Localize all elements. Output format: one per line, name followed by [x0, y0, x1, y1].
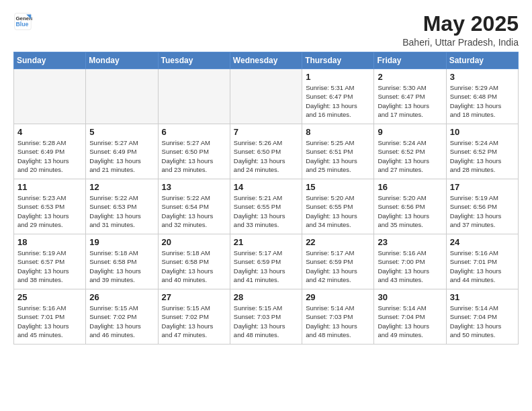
calendar-cell: 10Sunrise: 5:24 AMSunset: 6:52 PMDayligh…: [446, 124, 518, 179]
calendar-cell: 6Sunrise: 5:27 AMSunset: 6:50 PMDaylight…: [158, 124, 230, 179]
calendar-cell: 18Sunrise: 5:19 AMSunset: 6:57 PMDayligh…: [14, 234, 86, 289]
day-number: 10: [450, 127, 515, 137]
day-number: 17: [450, 182, 515, 192]
calendar-cell: 11Sunrise: 5:23 AMSunset: 6:53 PMDayligh…: [14, 179, 86, 234]
cell-info: Sunrise: 5:14 AMSunset: 7:04 PMDaylight:…: [378, 304, 442, 339]
day-number: 20: [162, 237, 226, 247]
calendar-cell: 30Sunrise: 5:14 AMSunset: 7:04 PMDayligh…: [374, 289, 446, 345]
cell-info: Sunrise: 5:16 AMSunset: 7:01 PMDaylight:…: [450, 248, 515, 284]
cell-info: Sunrise: 5:15 AMSunset: 7:03 PMDaylight:…: [234, 304, 298, 339]
day-number: 30: [378, 292, 442, 302]
calendar-cell: 19Sunrise: 5:18 AMSunset: 6:58 PMDayligh…: [86, 234, 158, 289]
cell-info: Sunrise: 5:31 AMSunset: 6:47 PMDaylight:…: [306, 83, 370, 119]
day-number: 22: [306, 237, 370, 247]
calendar-cell: [14, 69, 86, 124]
cell-info: Sunrise: 5:18 AMSunset: 6:58 PMDaylight:…: [162, 248, 226, 284]
header-cell-friday: Friday: [374, 52, 446, 69]
calendar-cell: 7Sunrise: 5:26 AMSunset: 6:50 PMDaylight…: [230, 124, 302, 179]
header-cell-saturday: Saturday: [446, 52, 518, 69]
cell-info: Sunrise: 5:16 AMSunset: 7:01 PMDaylight:…: [17, 304, 82, 339]
location-subtitle: Baheri, Uttar Pradesh, India: [402, 37, 519, 48]
cell-info: Sunrise: 5:19 AMSunset: 6:57 PMDaylight:…: [17, 248, 82, 284]
calendar-cell: 1Sunrise: 5:31 AMSunset: 6:47 PMDaylight…: [302, 69, 374, 124]
cell-info: Sunrise: 5:30 AMSunset: 6:47 PMDaylight:…: [378, 83, 442, 119]
cell-info: Sunrise: 5:18 AMSunset: 6:58 PMDaylight:…: [89, 248, 154, 284]
calendar-cell: 29Sunrise: 5:14 AMSunset: 7:03 PMDayligh…: [302, 289, 374, 345]
cell-info: Sunrise: 5:17 AMSunset: 6:59 PMDaylight:…: [306, 248, 370, 284]
header-cell-thursday: Thursday: [302, 52, 374, 69]
cell-info: Sunrise: 5:27 AMSunset: 6:49 PMDaylight:…: [89, 138, 154, 174]
page: General Blue May 2025 Baheri, Uttar Prad…: [0, 0, 532, 351]
day-number: 29: [306, 292, 370, 302]
cell-info: Sunrise: 5:26 AMSunset: 6:50 PMDaylight:…: [234, 138, 298, 174]
day-number: 8: [306, 127, 370, 137]
cell-info: Sunrise: 5:20 AMSunset: 6:56 PMDaylight:…: [378, 193, 442, 229]
day-number: 27: [162, 292, 226, 302]
calendar-cell: 20Sunrise: 5:18 AMSunset: 6:58 PMDayligh…: [158, 234, 230, 289]
cell-info: Sunrise: 5:24 AMSunset: 6:52 PMDaylight:…: [450, 138, 515, 174]
cell-info: Sunrise: 5:19 AMSunset: 6:56 PMDaylight:…: [450, 193, 515, 229]
calendar-cell: 27Sunrise: 5:15 AMSunset: 7:02 PMDayligh…: [158, 289, 230, 345]
title-block: May 2025 Baheri, Uttar Pradesh, India: [402, 12, 519, 48]
calendar-cell: 5Sunrise: 5:27 AMSunset: 6:49 PMDaylight…: [86, 124, 158, 179]
day-number: 2: [378, 72, 442, 82]
day-number: 11: [17, 182, 82, 192]
calendar-cell: 13Sunrise: 5:22 AMSunset: 6:54 PMDayligh…: [158, 179, 230, 234]
calendar-week-2: 4Sunrise: 5:28 AMSunset: 6:49 PMDaylight…: [14, 124, 519, 179]
cell-info: Sunrise: 5:23 AMSunset: 6:53 PMDaylight:…: [17, 193, 82, 229]
calendar-header-row: SundayMondayTuesdayWednesdayThursdayFrid…: [14, 52, 519, 69]
cell-info: Sunrise: 5:20 AMSunset: 6:55 PMDaylight:…: [306, 193, 370, 229]
calendar-cell: [158, 69, 230, 124]
calendar-week-1: 1Sunrise: 5:31 AMSunset: 6:47 PMDaylight…: [14, 69, 519, 124]
day-number: 3: [450, 72, 515, 82]
day-number: 19: [89, 237, 154, 247]
month-year-title: May 2025: [402, 12, 519, 36]
calendar-cell: [230, 69, 302, 124]
cell-info: Sunrise: 5:28 AMSunset: 6:49 PMDaylight:…: [17, 138, 82, 174]
calendar-cell: 12Sunrise: 5:22 AMSunset: 6:53 PMDayligh…: [86, 179, 158, 234]
logo: General Blue: [13, 12, 32, 31]
calendar-cell: [86, 69, 158, 124]
calendar-cell: 26Sunrise: 5:15 AMSunset: 7:02 PMDayligh…: [86, 289, 158, 345]
day-number: 18: [17, 237, 82, 247]
calendar-cell: 9Sunrise: 5:24 AMSunset: 6:52 PMDaylight…: [374, 124, 446, 179]
calendar-cell: 16Sunrise: 5:20 AMSunset: 6:56 PMDayligh…: [374, 179, 446, 234]
cell-info: Sunrise: 5:15 AMSunset: 7:02 PMDaylight:…: [89, 304, 154, 339]
day-number: 7: [234, 127, 298, 137]
cell-info: Sunrise: 5:17 AMSunset: 6:59 PMDaylight:…: [234, 248, 298, 284]
calendar-cell: 22Sunrise: 5:17 AMSunset: 6:59 PMDayligh…: [302, 234, 374, 289]
cell-info: Sunrise: 5:25 AMSunset: 6:51 PMDaylight:…: [306, 138, 370, 174]
cell-info: Sunrise: 5:14 AMSunset: 7:04 PMDaylight:…: [450, 304, 515, 339]
day-number: 9: [378, 127, 442, 137]
header-cell-sunday: Sunday: [14, 52, 86, 69]
calendar-cell: 24Sunrise: 5:16 AMSunset: 7:01 PMDayligh…: [446, 234, 518, 289]
logo-icon: General Blue: [13, 12, 32, 31]
header-cell-wednesday: Wednesday: [230, 52, 302, 69]
calendar-cell: 2Sunrise: 5:30 AMSunset: 6:47 PMDaylight…: [374, 69, 446, 124]
cell-info: Sunrise: 5:22 AMSunset: 6:54 PMDaylight:…: [162, 193, 226, 229]
calendar-cell: 28Sunrise: 5:15 AMSunset: 7:03 PMDayligh…: [230, 289, 302, 345]
cell-info: Sunrise: 5:21 AMSunset: 6:55 PMDaylight:…: [234, 193, 298, 229]
cell-info: Sunrise: 5:14 AMSunset: 7:03 PMDaylight:…: [306, 304, 370, 339]
day-number: 24: [450, 237, 515, 247]
calendar-cell: 15Sunrise: 5:20 AMSunset: 6:55 PMDayligh…: [302, 179, 374, 234]
header: General Blue May 2025 Baheri, Uttar Prad…: [13, 12, 519, 48]
calendar-cell: 14Sunrise: 5:21 AMSunset: 6:55 PMDayligh…: [230, 179, 302, 234]
calendar-week-5: 25Sunrise: 5:16 AMSunset: 7:01 PMDayligh…: [14, 289, 519, 345]
calendar-cell: 31Sunrise: 5:14 AMSunset: 7:04 PMDayligh…: [446, 289, 518, 345]
header-cell-tuesday: Tuesday: [158, 52, 230, 69]
day-number: 21: [234, 237, 298, 247]
day-number: 14: [234, 182, 298, 192]
calendar-body: 1Sunrise: 5:31 AMSunset: 6:47 PMDaylight…: [14, 69, 519, 345]
cell-info: Sunrise: 5:27 AMSunset: 6:50 PMDaylight:…: [162, 138, 226, 174]
day-number: 23: [378, 237, 442, 247]
day-number: 1: [306, 72, 370, 82]
calendar-cell: 4Sunrise: 5:28 AMSunset: 6:49 PMDaylight…: [14, 124, 86, 179]
cell-info: Sunrise: 5:16 AMSunset: 7:00 PMDaylight:…: [378, 248, 442, 284]
day-number: 15: [306, 182, 370, 192]
day-number: 28: [234, 292, 298, 302]
cell-info: Sunrise: 5:24 AMSunset: 6:52 PMDaylight:…: [378, 138, 442, 174]
day-number: 16: [378, 182, 442, 192]
day-number: 31: [450, 292, 515, 302]
calendar-cell: 17Sunrise: 5:19 AMSunset: 6:56 PMDayligh…: [446, 179, 518, 234]
